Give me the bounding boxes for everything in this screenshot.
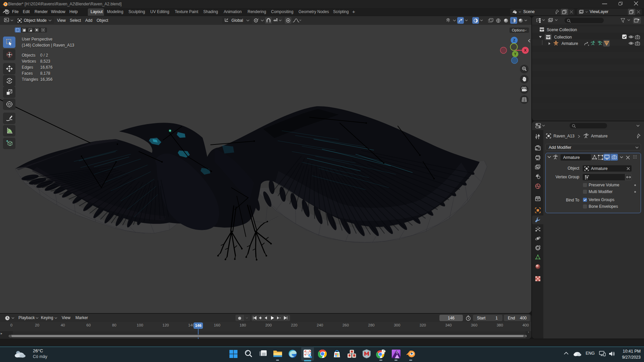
svg-text:Y: Y	[514, 52, 517, 56]
svg-text:Z: Z	[513, 38, 516, 42]
svg-text:X: X	[524, 48, 527, 52]
